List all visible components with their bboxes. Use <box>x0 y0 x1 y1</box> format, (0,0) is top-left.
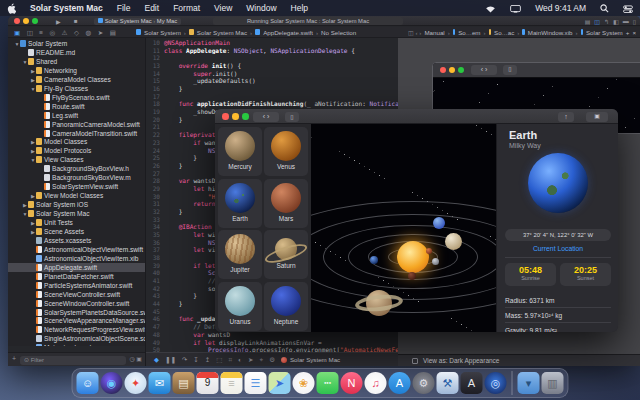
file-row-model-classes[interactable]: ▶Model Classes <box>8 137 145 146</box>
jump-item[interactable]: AppDelegate.swift <box>263 29 313 36</box>
file-row-scene-assets[interactable]: ▶Scene Assets <box>8 227 145 236</box>
file-row-unit-tests[interactable]: ▶Unit Tests <box>8 218 145 227</box>
planet-cell-saturn[interactable]: Saturn <box>264 230 308 279</box>
running-process[interactable]: Solar System Mac <box>281 356 340 363</box>
breakpoints-navigator-icon[interactable]: ➤ <box>98 29 103 37</box>
file-row-backgroundskyboxview-h[interactable]: BackgroundSkyBoxView.h <box>8 164 145 173</box>
settings-icon[interactable]: ⚙ <box>269 356 275 364</box>
source-control-navigator-icon[interactable]: ◫ <box>27 29 33 37</box>
menu-item-edit[interactable]: Edit <box>137 3 166 13</box>
dock-icon-xcode[interactable]: ⚒ <box>437 372 459 394</box>
assistant-editor-button[interactable]: ◫ <box>594 18 600 25</box>
standard-editor-button[interactable]: ▤ <box>585 18 591 25</box>
dock-icon-trash[interactable]: ▥ <box>542 372 564 394</box>
debug-navigator-icon[interactable]: ◍ <box>86 29 92 37</box>
zoom-button[interactable] <box>242 113 249 120</box>
file-row-planetdatafetcher-swift[interactable]: PlanetDataFetcher.swift <box>8 272 145 281</box>
file-row-singleastronomicalobjectscene-scn[interactable]: SingleAstronomicalObjectScene.scn <box>8 334 145 343</box>
screenshot-icon[interactable]: ⌖ <box>259 356 263 364</box>
file-row-flybyscenario-swift[interactable]: FlyByScenario.swift <box>8 93 145 102</box>
file-row-particlesystemsanimator-swift[interactable]: ParticleSystemsAnimator.swift <box>8 281 145 290</box>
step-out-icon[interactable]: ↥ <box>205 356 210 364</box>
jump-item[interactable]: Manual <box>424 29 444 36</box>
memory-graph-icon[interactable]: ⌗ <box>228 356 232 364</box>
menu-item-view[interactable]: View <box>207 3 239 13</box>
wifi-icon[interactable] <box>478 3 503 13</box>
scene-body-jupiter[interactable] <box>445 233 462 250</box>
close-button[interactable] <box>14 18 20 24</box>
file-row-scenewindowcontroller-swift[interactable]: SceneWindowController.swift <box>8 299 145 308</box>
file-row-assets-xcassets[interactable]: Assets.xcassets <box>8 236 145 245</box>
file-row-solar-system[interactable]: ▼Solar System <box>8 39 145 48</box>
appearance-icon[interactable]: ◐ <box>238 356 242 364</box>
minimize-button[interactable] <box>232 113 239 120</box>
jump-item[interactable]: Solar System Mac <box>197 29 247 36</box>
dock-icon-siri[interactable]: ◉ <box>101 372 123 394</box>
display-icon[interactable] <box>503 3 528 13</box>
filter-options-icons[interactable]: ◷ ▣ <box>129 355 142 362</box>
file-row-cameramodel-classes[interactable]: ▶CameraModel Classes <box>8 75 145 84</box>
jump-item[interactable]: So…ac <box>494 29 514 36</box>
file-row-sceneviewcontroller-swift[interactable]: SceneViewController.swift <box>8 290 145 299</box>
symbols-navigator-icon[interactable]: ≡ <box>39 29 43 37</box>
file-row-cameramodeltransition-swift[interactable]: CameraModelTransition.swift <box>8 129 145 138</box>
jump-item[interactable]: So…em <box>458 29 480 36</box>
scene-body-neptune[interactable] <box>433 217 445 229</box>
planet-cell-neptune[interactable]: Neptune <box>264 282 308 331</box>
filter-input[interactable]: ⊙ Filter <box>20 356 126 365</box>
planet-cell-venus[interactable]: Venus <box>264 127 308 176</box>
planet-cell-mars[interactable]: Mars <box>264 179 308 228</box>
file-row-view-classes[interactable]: ▼View Classes <box>8 155 145 164</box>
dock-icon-mail[interactable]: ✉ <box>149 372 171 394</box>
dock-icon-itunes[interactable]: ♫ <box>365 372 387 394</box>
menu-item-window[interactable]: Window <box>239 3 283 13</box>
step-over-icon[interactable]: ↷ <box>182 356 187 364</box>
dock-icon-contacts[interactable]: ▤ <box>173 372 195 394</box>
tests-navigator-icon[interactable]: ◇ <box>74 29 79 37</box>
dock-icon-maps[interactable]: ➤ <box>269 372 291 394</box>
back-forward-buttons[interactable]: ‹ › <box>253 112 279 122</box>
dock-icon-photos[interactable]: ❀ <box>293 372 315 394</box>
zoom-button[interactable] <box>32 18 38 24</box>
minimize-button[interactable] <box>23 18 29 24</box>
file-row-route-swift[interactable]: Route.swift <box>8 102 145 111</box>
apple-menu-icon[interactable] <box>0 2 23 13</box>
reports-navigator-icon[interactable]: ▤ <box>110 29 116 37</box>
assistant-jump-bar[interactable]: ◫ ‹ ›Manual›So…em›So…ac›MainWindow.xib›S… <box>408 29 636 36</box>
breakpoints-toggle-icon[interactable]: ◆ <box>154 356 159 364</box>
file-row-solar-system-mac[interactable]: ▼Solar System Mac <box>8 209 145 218</box>
file-row-solarsystemplanetsdatasource-swift[interactable]: SolarSystemPlanetsDataSource.swift <box>8 308 145 317</box>
dock-icon-solar-system-app[interactable]: ◎ <box>485 372 507 394</box>
menu-item-help[interactable]: Help <box>284 3 315 13</box>
scene-body-sun[interactable] <box>397 241 429 273</box>
dock-icon-solar-system-mac-app[interactable]: A <box>461 372 483 394</box>
jump-item[interactable]: No Selection <box>321 29 356 36</box>
file-row-sceneviewappearancemanager-swift[interactable]: SceneViewAppearanceManager.swift <box>8 316 145 325</box>
planet-cell-jupiter[interactable]: Jupiter <box>218 230 262 279</box>
editor-jump-bar[interactable]: Solar System›Solar System Mac›AppDelegat… <box>136 29 391 36</box>
menu-app-name[interactable]: Solar System Mac <box>23 3 110 13</box>
menu-item-file[interactable]: File <box>110 3 138 13</box>
scene-body-earth[interactable] <box>370 256 378 264</box>
dock-icon-reminders[interactable]: ☰ <box>245 372 267 394</box>
jump-item[interactable]: MainWindow.xib <box>528 29 573 36</box>
run-button[interactable]: ▶ <box>56 18 61 25</box>
file-row-solarsystemview-swift[interactable]: SolarSystemView.swift <box>8 182 145 191</box>
file-row-readme-md[interactable]: README.md <box>8 48 145 57</box>
dock-icon-messages[interactable]: ●●● <box>317 372 339 394</box>
dock-icon-app-store[interactable]: A <box>389 372 411 394</box>
file-row-backgroundskyboxview-m[interactable]: BackgroundSkyBoxView.m <box>8 173 145 182</box>
dock-icon-notes[interactable]: ≡ <box>221 372 243 394</box>
file-row-leg-swift[interactable]: Leg.swift <box>8 111 145 120</box>
scene-body-mercury[interactable] <box>408 272 416 280</box>
dock-icon-safari[interactable]: ✦ <box>125 372 147 394</box>
dock-icon-news[interactable]: N <box>341 372 363 394</box>
share-icon[interactable]: ↑ <box>558 112 574 122</box>
find-navigator-icon[interactable]: ◎ <box>50 29 56 37</box>
navigator-panel-button[interactable]: ◧ <box>613 18 619 25</box>
file-row-astronomicalobjectviewitem-swift[interactable]: AstronomicalObjectViewItem.swift <box>8 245 145 254</box>
add-editor-button[interactable]: + <box>626 29 630 36</box>
add-file-button[interactable]: + <box>12 355 16 362</box>
control-center-icon[interactable] <box>616 3 640 13</box>
pause-icon[interactable]: ❚❚ <box>165 356 176 364</box>
